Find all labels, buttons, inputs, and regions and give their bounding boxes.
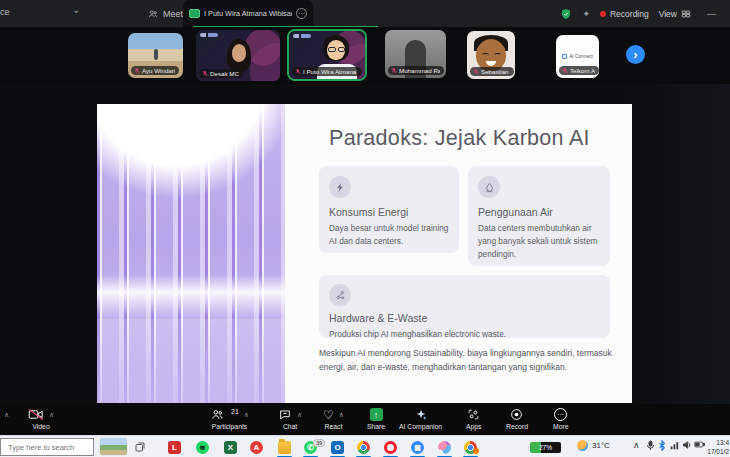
card-title: Hardware & E-Waste xyxy=(329,312,600,324)
react-button[interactable]: ♡ ∧ React xyxy=(323,407,344,430)
mic-muted-icon xyxy=(391,67,397,74)
card-body: Daya besar untuk model training AI dan d… xyxy=(329,222,449,248)
recording-label: Recording xyxy=(610,9,649,19)
tray-network-icon[interactable] xyxy=(670,440,680,450)
more-label: More xyxy=(553,423,569,430)
more-button[interactable]: ⋯ More xyxy=(553,407,569,430)
l-app-icon[interactable]: L xyxy=(168,441,181,454)
server-room-image xyxy=(97,104,285,403)
ai-connect-logo-icon xyxy=(562,54,567,59)
tray-mic-icon[interactable] xyxy=(646,440,655,451)
avatar-eye xyxy=(482,53,489,57)
ai-sparkle-icon[interactable]: ✦ xyxy=(582,9,590,19)
card-title: Konsumsi Energi xyxy=(329,206,449,218)
participant-thumbnail[interactable]: Muhammad Ramdan xyxy=(385,30,446,78)
opera-icon[interactable] xyxy=(384,441,397,454)
chevron-up-icon[interactable]: ∧ xyxy=(244,411,249,419)
participant-thumbnail-active-speaker[interactable]: I Putu Wira Atmana Wibis xyxy=(287,29,367,81)
people-icon xyxy=(148,9,158,19)
tab-options-ellipsis-icon[interactable]: ⋯ xyxy=(296,8,307,19)
tray-bluetooth-icon[interactable] xyxy=(658,440,666,451)
excel-icon[interactable]: X xyxy=(224,441,237,454)
next-participants-button[interactable]: › xyxy=(626,45,645,64)
card-body: Produksi chip AI menghasilkan electronic… xyxy=(329,328,600,341)
participant-name: I Putu Wira Atmana Wibis xyxy=(303,68,358,75)
apps-label: Apps xyxy=(466,423,482,430)
battery-percent: 27% xyxy=(539,444,552,451)
video-off-icon xyxy=(28,408,44,421)
record-button[interactable]: Record xyxy=(506,407,528,430)
participant-label: I Putu Wira Atmana Wibis xyxy=(292,67,362,76)
file-explorer-icon[interactable] xyxy=(278,441,291,454)
task-view-icon[interactable] xyxy=(134,441,146,453)
person-silhouette xyxy=(154,49,158,60)
tab-shared-screen[interactable]: I Putu Wira Atmana Wibisana's sc ⋯ xyxy=(183,0,313,27)
tray-speaker-icon[interactable] xyxy=(682,440,692,450)
person-face xyxy=(232,44,246,62)
participants-label: Participants xyxy=(212,423,248,430)
weather-sun-icon xyxy=(577,440,588,451)
ai-companion-button[interactable]: AI Companion xyxy=(399,407,442,430)
chrome-icon[interactable] xyxy=(357,441,370,454)
participant-name: Ayu Windari xyxy=(142,67,175,74)
tray-chevron-up-icon[interactable]: ∧ xyxy=(633,440,640,450)
battery-widget[interactable]: 27% xyxy=(530,442,561,453)
chevron-up-icon: ∧ xyxy=(4,411,9,419)
participant-name: Sebastian Yugi xyxy=(481,68,510,75)
outlook-icon[interactable]: O xyxy=(331,441,344,454)
flower-app-icon[interactable] xyxy=(438,441,451,454)
participant-thumbnail[interactable]: AI Connect Telkom AI Connect xyxy=(556,35,599,78)
share-button[interactable]: ↑ Share xyxy=(367,407,385,430)
spotify-icon[interactable]: ≋ xyxy=(196,441,209,454)
weather-widget[interactable]: 31°C xyxy=(577,440,610,451)
record-icon xyxy=(510,408,523,421)
titlebar-right-controls: ✦ Recording View — xyxy=(560,0,716,27)
apps-button[interactable]: Apps xyxy=(466,407,482,430)
video-button[interactable]: ∧ Video xyxy=(28,407,54,430)
bolt-icon xyxy=(329,176,351,198)
minimize-icon[interactable]: — xyxy=(707,9,716,19)
recording-indicator: Recording xyxy=(600,9,649,19)
participant-thumbnail[interactable]: Sebastian Yugi xyxy=(467,31,515,79)
view-button[interactable]: View xyxy=(659,9,691,19)
slide-content: Paradoks: Jejak Karbon AI Konsumsi Energ… xyxy=(285,104,632,403)
participant-label: Desak MC xyxy=(199,69,243,78)
heart-icon: ♡ xyxy=(323,408,334,422)
card-hardware-ewaste: Hardware & E-Waste Produksi chip AI meng… xyxy=(319,275,610,338)
chat-label: Chat xyxy=(283,423,297,430)
taskbar-clock[interactable]: 13:4 17/01/2 xyxy=(707,439,729,457)
mic-muted-icon xyxy=(473,68,479,75)
acrobat-icon[interactable]: A xyxy=(250,441,263,454)
participant-label: Muhammad Ramdan xyxy=(388,66,444,75)
recording-dot-icon xyxy=(600,11,606,17)
title-bar: ce ⌄ Meeting I Putu Wira Atmana Wibisana… xyxy=(0,0,730,27)
participants-icon xyxy=(210,408,225,421)
mic-muted-icon xyxy=(202,70,208,77)
grid-view-icon xyxy=(681,9,691,19)
chat-button[interactable]: ∧ Chat xyxy=(278,407,302,430)
card-title: Penggunaan Air xyxy=(478,206,600,218)
presentation-slide: Paradoks: Jejak Karbon AI Konsumsi Energ… xyxy=(97,104,632,403)
participant-thumbnail[interactable]: Ayu Windari xyxy=(128,33,183,78)
participants-button[interactable]: 21 ∧ Participants xyxy=(210,407,249,430)
react-label: React xyxy=(325,423,343,430)
more-ellipsis-icon: ⋯ xyxy=(554,408,567,421)
widgets-weather-icon[interactable] xyxy=(100,438,127,455)
card-penggunaan-air: Penggunaan Air Data centers membutuhkan … xyxy=(468,166,610,266)
chevron-up-icon[interactable]: ∧ xyxy=(339,411,344,419)
molecule-icon xyxy=(329,284,351,306)
video-label: Video xyxy=(32,423,49,430)
share-tab-title: I Putu Wira Atmana Wibisana's sc xyxy=(204,9,292,18)
zoom-app-icon[interactable]: ▣ xyxy=(411,441,424,454)
security-shield-icon[interactable] xyxy=(560,8,572,20)
card-konsumsi-energi: Konsumsi Energi Daya besar untuk model t… xyxy=(319,166,459,253)
participant-thumbnail[interactable]: Desak MC xyxy=(196,30,280,81)
windows-taskbar: L ≋ X A ✆ 39 O ▣ 27% 31°C ∧ xyxy=(0,435,730,457)
chevron-down-icon[interactable]: ⌄ xyxy=(72,4,80,15)
chevron-up-icon[interactable]: ∧ xyxy=(49,411,54,419)
search-input[interactable] xyxy=(0,438,94,456)
chevron-up-icon[interactable]: ∧ xyxy=(297,411,302,419)
tray-battery-icon[interactable] xyxy=(694,440,705,449)
audio-options-chevron[interactable]: ∧ xyxy=(4,407,9,422)
whatsapp-badge: 39 xyxy=(313,439,325,447)
